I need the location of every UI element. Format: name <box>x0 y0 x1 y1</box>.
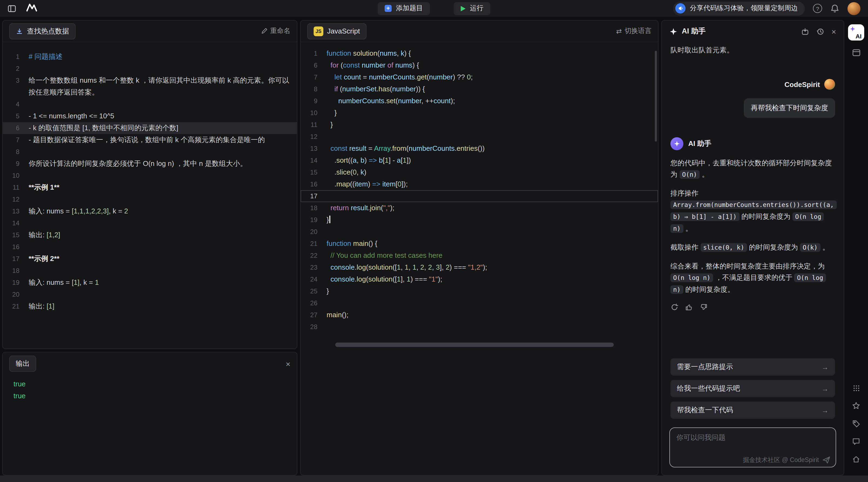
problem-line[interactable]: 19输入: nums = [1], k = 1 <box>3 277 297 288</box>
code-line[interactable]: 19} <box>301 214 658 226</box>
output-tab[interactable]: 输出 <box>9 356 36 372</box>
line-text: return result.join(","); <box>327 202 658 214</box>
history-button[interactable] <box>816 27 824 35</box>
line-number: 14 <box>3 217 29 229</box>
code-line[interactable]: 16 .map((item) => item[0]); <box>301 178 658 190</box>
chat-input[interactable] <box>670 428 836 453</box>
code-line[interactable]: 22 // You can add more test cases here <box>301 250 658 261</box>
problem-line[interactable]: 8 <box>3 146 297 158</box>
code-line[interactable]: 6 for (const number of nums) { <box>301 59 658 71</box>
run-button[interactable]: 运行 <box>454 2 490 15</box>
practice-panel-button[interactable] <box>851 48 861 57</box>
ai-chat-area[interactable]: 队时取出队首元素。 CodeSpirit 再帮我检查下时间复杂度 AI 助手 <box>662 42 844 354</box>
code-line[interactable]: 27main(); <box>301 309 658 321</box>
code-line[interactable]: 17 <box>301 190 658 202</box>
language-tab[interactable]: JS JavaScript <box>307 23 366 39</box>
problem-line[interactable]: 11**示例 1** <box>3 181 297 194</box>
code-line[interactable]: 1function solution(nums, k) { <box>301 48 658 59</box>
javascript-icon: JS <box>314 26 323 36</box>
code-line[interactable]: 13 const result = Array.from(numberCount… <box>301 143 658 154</box>
vertical-scrollbar[interactable] <box>655 51 657 142</box>
code-line[interactable]: 25} <box>301 285 658 297</box>
comments-button[interactable] <box>852 437 861 446</box>
suggested-prompt-button[interactable]: 给我一些代码提示吧→ <box>671 380 835 397</box>
sidebar-toggle-button[interactable] <box>7 4 16 13</box>
tags-button[interactable] <box>852 419 861 428</box>
notifications-button[interactable] <box>830 4 839 13</box>
line-number: 4 <box>3 98 29 110</box>
help-button[interactable]: ? <box>813 4 822 13</box>
problem-line[interactable]: 18 <box>3 265 297 277</box>
favorite-button[interactable] <box>852 401 861 410</box>
problem-line[interactable]: 1# 问题描述 <box>3 51 297 63</box>
code-line[interactable]: 9 numberCounts.set(number, ++count); <box>301 95 658 107</box>
line-number: 16 <box>301 178 327 190</box>
regenerate-button[interactable] <box>671 303 679 311</box>
problem-line[interactable]: 20 <box>3 288 297 301</box>
send-icon[interactable] <box>822 456 831 464</box>
problem-line[interactable]: 21输出: [1] <box>3 301 297 312</box>
logo-icon <box>26 3 40 11</box>
line-text: function solution(nums, k) { <box>327 48 658 59</box>
problem-line[interactable]: 15输出: [1,2] <box>3 229 297 241</box>
code-line[interactable]: 20 <box>301 226 658 238</box>
horizontal-scrollbar[interactable] <box>335 343 614 347</box>
code-line[interactable]: 26 <box>301 297 658 309</box>
code-line[interactable]: 18 return result.join(","); <box>301 202 658 214</box>
problem-line[interactable]: 10 <box>3 170 297 181</box>
add-question-button[interactable]: + 添加题目 <box>378 2 430 15</box>
suggested-prompt-button[interactable]: 需要一点思路提示→ <box>671 358 835 375</box>
user-avatar[interactable] <box>847 2 861 15</box>
problem-line[interactable]: 12 <box>3 194 297 205</box>
code-line[interactable]: 23 console.log(solution([1, 1, 1, 2, 2, … <box>301 261 658 274</box>
add-question-label: 添加题目 <box>396 4 423 13</box>
chat-input-box[interactable]: 掘金技术社区 @ CodeSpirit <box>669 427 836 467</box>
line-number: 7 <box>301 71 327 83</box>
problem-line[interactable]: 9你所设计算法的时间复杂度必须优于 O(n log n) ，其中 n 是数组大小… <box>3 158 297 170</box>
code-line[interactable]: 15 .slice(0, k) <box>301 166 658 178</box>
line-text <box>29 98 297 110</box>
code-line[interactable]: 10 } <box>301 107 658 119</box>
ai-assistant-toggle[interactable]: AI <box>848 24 864 40</box>
thumbs-down-button[interactable] <box>700 303 708 311</box>
problem-editor[interactable]: 1# 问题描述23给一个整数数组 nums 和一个整数 k ，请你返回其中出现频… <box>3 42 297 312</box>
suggested-prompt-button[interactable]: 帮我检查一下代码→ <box>671 401 835 419</box>
problem-line[interactable]: 13输入: nums = [1,1,1,2,2,3], k = 2 <box>3 205 297 217</box>
code-line[interactable]: 28 <box>301 321 658 333</box>
problem-line[interactable]: 2 <box>3 63 297 75</box>
output-header: 输出 × <box>3 352 297 375</box>
rename-button[interactable]: 重命名 <box>260 26 290 36</box>
share-promo-banner[interactable]: 分享代码练习体验，领限量定制周边 <box>673 1 805 16</box>
export-chat-button[interactable] <box>801 27 809 35</box>
close-output-button[interactable]: × <box>285 359 290 368</box>
line-text: 给一个整数数组 nums 和一个整数 k ，请你返回其中出现频率前 k 高的元素… <box>29 75 297 98</box>
code-editor[interactable]: 1function solution(nums, k) {6 for (cons… <box>301 42 658 333</box>
apps-grid-button[interactable] <box>852 384 860 392</box>
problem-line[interactable]: 3给一个整数数组 nums 和一个整数 k ，请你返回其中出现频率前 k 高的元… <box>3 75 297 98</box>
code-line[interactable]: 14 .sort((a, b) => b[1] - a[1]) <box>301 154 658 166</box>
problem-line[interactable]: 16 <box>3 241 297 253</box>
home-button[interactable] <box>852 455 861 464</box>
close-ai-panel-button[interactable]: × <box>831 27 836 36</box>
code-line[interactable]: 7 let count = numberCounts.get(number) ?… <box>301 71 658 83</box>
problem-line[interactable]: 14 <box>3 217 297 229</box>
code-line[interactable]: 24 console.log(solution([1], 1) === "1")… <box>301 274 658 285</box>
pencil-icon <box>260 28 268 35</box>
code-line[interactable]: 12 <box>301 131 658 143</box>
problem-line[interactable]: 7- 题目数据保证答案唯一，换句话说，数组中前 k 个高频元素的集合是唯一的 <box>3 134 297 146</box>
problem-title-button[interactable]: 查找热点数据 <box>9 23 75 39</box>
problem-line[interactable]: 6- k 的取值范围是 [1, 数组中不相同的元素的个数] <box>3 122 297 134</box>
line-number: 8 <box>3 146 29 158</box>
code-line[interactable]: 8 if (numberSet.has(number)) { <box>301 83 658 95</box>
code-line[interactable]: 11 } <box>301 119 658 131</box>
output-title: 输出 <box>16 359 30 369</box>
problem-line[interactable]: 4 <box>3 98 297 110</box>
problem-line[interactable]: 5- 1 <= nums.length <= 10^5 <box>3 110 297 122</box>
problem-line[interactable]: 17**示例 2** <box>3 253 297 265</box>
switch-language-button[interactable]: ⇄ 切换语言 <box>616 26 652 36</box>
sparkle-icon <box>669 27 677 35</box>
line-text: console.log(solution([1], 1) === "1"); <box>327 274 658 285</box>
line-text: } <box>327 214 658 226</box>
thumbs-up-button[interactable] <box>685 303 693 311</box>
code-line[interactable]: 21function main() { <box>301 238 658 250</box>
